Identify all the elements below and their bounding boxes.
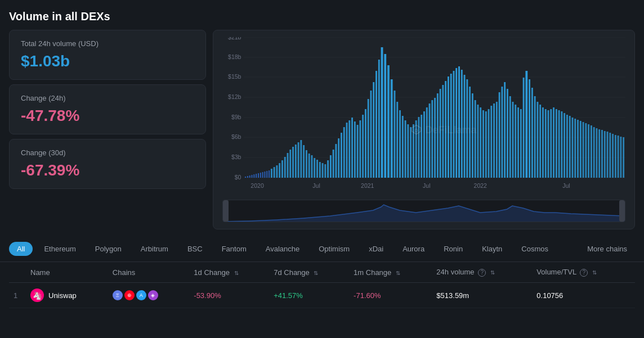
svg-rect-47 <box>314 158 315 178</box>
chart-minimap[interactable] <box>222 200 625 222</box>
col-volume-tvl[interactable]: Volume/TVL ? ⇅ <box>532 262 635 283</box>
svg-rect-129 <box>536 102 538 178</box>
svg-rect-142 <box>572 118 574 178</box>
svg-rect-87 <box>423 111 425 178</box>
svg-rect-21 <box>249 175 251 178</box>
svg-text:Jul: Jul <box>562 182 570 189</box>
svg-rect-89 <box>429 103 431 178</box>
svg-rect-96 <box>448 76 449 178</box>
svg-rect-37 <box>287 153 289 178</box>
sort-icon-volume: ⇅ <box>490 269 495 276</box>
svg-rect-62 <box>354 121 356 178</box>
col-change-1m[interactable]: 1m Change ⇅ <box>349 262 432 283</box>
chain-pill-ronin[interactable]: Ronin <box>436 242 471 256</box>
svg-rect-86 <box>421 115 422 178</box>
chart-panel: D DeFiLlama <box>213 30 635 229</box>
svg-text:$9b: $9b <box>231 114 242 120</box>
svg-rect-130 <box>539 105 541 178</box>
svg-rect-59 <box>346 123 348 178</box>
svg-rect-40 <box>295 145 297 178</box>
change-30d-value: -67.39% <box>21 161 194 179</box>
top-section: Total 24h volume (USD) $1.03b Change (24… <box>0 30 644 236</box>
svg-rect-53 <box>330 155 332 178</box>
svg-rect-76 <box>394 91 396 178</box>
svg-rect-28 <box>264 172 265 178</box>
chain-pill-optimism[interactable]: Optimism <box>311 242 357 256</box>
svg-rect-92 <box>437 93 439 178</box>
chart-svg: $0 $3b $6b $9b $12b $15b $18b $21b <box>222 37 625 195</box>
svg-rect-91 <box>434 98 436 178</box>
svg-rect-75 <box>391 79 393 178</box>
svg-rect-35 <box>281 160 283 178</box>
svg-rect-73 <box>384 54 386 178</box>
svg-rect-98 <box>453 71 455 178</box>
col-change-1d[interactable]: 1d Change ⇅ <box>189 262 269 283</box>
svg-rect-54 <box>333 150 334 178</box>
svg-rect-154 <box>604 131 606 178</box>
chain-pill-polygon[interactable]: Polygon <box>87 242 129 256</box>
chain-pill-arbitrum[interactable]: Arbitrum <box>133 242 176 256</box>
svg-rect-66 <box>365 109 366 178</box>
svg-rect-68 <box>370 91 372 178</box>
svg-rect-24 <box>256 174 257 178</box>
svg-rect-41 <box>298 142 299 178</box>
svg-rect-155 <box>607 132 609 178</box>
svg-rect-22 <box>252 175 253 178</box>
svg-rect-34 <box>279 163 280 178</box>
chain-pill-xdai[interactable]: xDai <box>361 242 391 256</box>
svg-rect-90 <box>431 100 433 178</box>
svg-rect-159 <box>618 136 619 178</box>
chain-pill-cosmos[interactable]: Cosmos <box>513 242 556 256</box>
svg-rect-95 <box>445 81 446 178</box>
svg-text:2020: 2020 <box>251 182 263 189</box>
chain-pill-avalanche[interactable]: Avalanche <box>258 242 307 256</box>
svg-rect-79 <box>402 116 404 178</box>
chain-icon-arb: A <box>136 290 146 300</box>
svg-rect-161 <box>623 137 624 178</box>
more-chains-button[interactable]: More chains <box>579 242 635 256</box>
chain-pill-bsc[interactable]: BSC <box>180 242 211 256</box>
col-volume-24h[interactable]: 24h volume ? ⇅ <box>432 262 532 283</box>
svg-rect-69 <box>373 82 374 178</box>
svg-rect-120 <box>512 102 514 178</box>
chain-pill-all[interactable]: All <box>9 242 33 256</box>
svg-rect-106 <box>475 100 476 178</box>
svg-rect-112 <box>490 106 492 178</box>
minimap-handle-left[interactable] <box>223 200 229 222</box>
chain-pill-klaytn[interactable]: Klaytn <box>474 242 510 256</box>
chain-pill-fantom[interactable]: Fantom <box>214 242 254 256</box>
svg-rect-153 <box>601 130 603 178</box>
svg-rect-134 <box>550 109 552 178</box>
volume-info-icon[interactable]: ? <box>478 269 486 277</box>
svg-rect-100 <box>458 66 460 178</box>
col-rank <box>9 262 26 283</box>
svg-rect-108 <box>480 107 481 178</box>
svg-text:$0: $0 <box>235 174 242 181</box>
svg-rect-137 <box>558 110 560 178</box>
svg-rect-82 <box>410 127 412 178</box>
sort-icon-1m: ⇅ <box>396 270 400 276</box>
cell-name[interactable]: 🦄Uniswap <box>26 283 108 308</box>
col-change-7d[interactable]: 7d Change ⇅ <box>269 262 349 283</box>
svg-rect-133 <box>548 110 549 178</box>
minimap-handle-right[interactable] <box>619 200 625 222</box>
svg-rect-30 <box>269 170 270 178</box>
svg-rect-65 <box>362 115 364 178</box>
svg-rect-29 <box>266 171 267 178</box>
svg-rect-148 <box>588 124 589 178</box>
svg-text:$15b: $15b <box>228 73 241 80</box>
chain-pill-ethereum[interactable]: Ethereum <box>36 242 83 256</box>
svg-rect-23 <box>253 174 254 178</box>
svg-rect-111 <box>488 109 490 178</box>
svg-rect-99 <box>455 68 457 178</box>
chain-filter-bar: AllEthereumPolygonArbitrumBSCFantomAvala… <box>0 236 644 262</box>
svg-rect-144 <box>577 120 579 178</box>
chain-pill-aurora[interactable]: Aurora <box>395 242 432 256</box>
chain-icon-op: ⊕ <box>124 290 135 300</box>
svg-rect-117 <box>504 82 506 178</box>
tvl-info-icon[interactable]: ? <box>580 269 588 277</box>
svg-rect-160 <box>620 137 621 178</box>
table-row: 1🦄UniswapΞ⊕A◈-53.90%+41.57%-71.60%$513.5… <box>9 283 635 308</box>
svg-rect-152 <box>598 129 600 178</box>
svg-text:$3b: $3b <box>231 154 242 160</box>
